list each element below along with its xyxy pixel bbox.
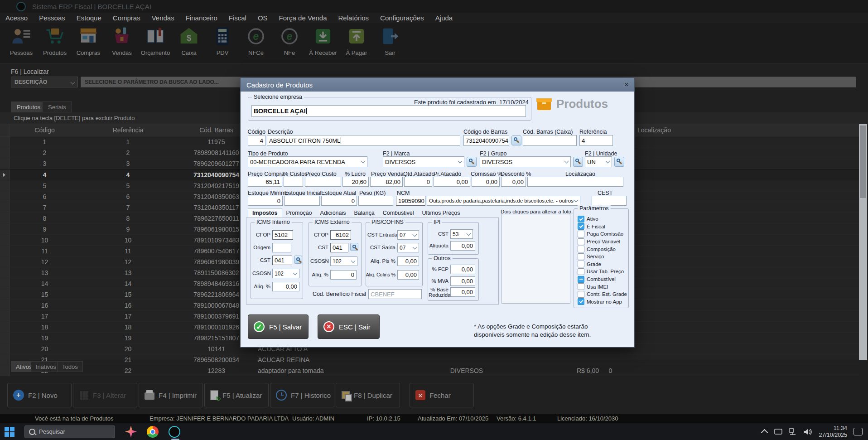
parametro-item[interactable]: Usa IMEI xyxy=(578,283,628,290)
checkbox[interactable] xyxy=(578,276,584,283)
copilot-icon[interactable] xyxy=(125,426,137,438)
descricao-field[interactable]: ABSOLUT CITRON 750ML xyxy=(267,135,460,146)
tray-expand-icon[interactable] xyxy=(761,429,768,436)
checkbox[interactable] xyxy=(578,291,584,298)
toolbar-item-pessoas[interactable]: Pessoas xyxy=(5,26,38,56)
dialog-tab[interactable]: Ultimos Preços xyxy=(418,208,464,218)
taskbar-clock[interactable]: 11:34 27/10/2025 xyxy=(819,425,847,439)
menu-item[interactable]: OS xyxy=(258,14,268,22)
col-localizacao[interactable]: Localização xyxy=(618,126,859,134)
menu-item[interactable]: Relatórios xyxy=(338,14,369,22)
icms-interno-csosn-select[interactable]: 102 xyxy=(272,269,299,278)
erp-app-taskbar-icon[interactable] xyxy=(169,426,180,438)
icms-externo-aliq-field[interactable]: 0 xyxy=(330,270,357,280)
toolbar-item-a-receber[interactable]: À Receber xyxy=(306,26,340,56)
checkbox[interactable] xyxy=(578,253,584,260)
menu-item[interactable]: Vendas xyxy=(152,14,174,22)
estoque-atual-field[interactable]: 0 xyxy=(321,196,357,206)
icms-interno-cfop-field[interactable]: 5102 xyxy=(272,230,293,240)
col-codigo[interactable]: Código xyxy=(10,126,79,134)
scrollbar-thumb[interactable] xyxy=(860,126,866,198)
fechar-button[interactable]: × Fechar xyxy=(410,383,474,407)
icms-interno-origem-field[interactable] xyxy=(272,243,291,252)
table-row[interactable]: 21 21 7896508200034 ACUCAR REFINA xyxy=(0,354,859,365)
marca-select[interactable]: DIVERSOS xyxy=(383,156,464,167)
tab-inativos[interactable]: Inativos xyxy=(31,361,61,372)
toolbar-item-orcamento[interactable]: Orçamento xyxy=(139,26,172,56)
icms-externo-cfop-field[interactable]: 6102 xyxy=(330,230,351,240)
ipi-aliquota-field[interactable]: 0,00 xyxy=(450,241,475,251)
base-reduzida-field[interactable]: 0,00 xyxy=(450,287,475,297)
parametro-item[interactable]: Ativo xyxy=(578,215,628,223)
pis-cst-entrada-select[interactable]: 07 xyxy=(397,230,419,240)
checkbox[interactable] xyxy=(578,231,584,237)
dialog-tab[interactable]: Combustivel xyxy=(379,208,418,218)
cest-field[interactable] xyxy=(592,196,627,206)
toolbar-item-nfce[interactable]: e NFCe xyxy=(239,26,273,56)
atualizar-button[interactable]: F5 | Atualizar xyxy=(204,383,269,407)
dialog-tab[interactable]: Promoção xyxy=(282,208,316,218)
unidade-select[interactable]: UN xyxy=(585,156,612,167)
ncm-field[interactable]: 19059090 xyxy=(396,196,425,206)
codigo-barras-field[interactable]: 7312040090754 xyxy=(463,135,509,146)
checkbox[interactable] xyxy=(578,238,584,245)
search-filter-dropdown[interactable]: DESCRIÇÃO xyxy=(11,77,78,87)
menu-item[interactable]: Compras xyxy=(113,14,140,22)
barcode-search-icon[interactable] xyxy=(511,135,521,145)
preco-venda-field[interactable]: 82,00 xyxy=(370,177,403,187)
salvar-button[interactable]: ✓ F5 | Salvar xyxy=(248,314,309,339)
ncm-desc-select[interactable]: Outs.prods.de padaria,pastelaria,inds.de… xyxy=(427,196,580,206)
grupo-search-icon[interactable] xyxy=(573,157,583,167)
menu-item[interactable]: Financeiro xyxy=(186,14,217,22)
menu-item[interactable]: Acesso xyxy=(5,14,28,22)
chrome-icon[interactable] xyxy=(147,426,159,438)
referencia-field[interactable]: 4 xyxy=(579,135,613,146)
table-row[interactable]: 22 22 12283 adaptador para tomada DIVERS… xyxy=(0,365,859,376)
estoque-minimo-field[interactable]: 0 xyxy=(248,196,283,206)
checkbox[interactable] xyxy=(578,268,584,275)
product-photo-area[interactable] xyxy=(502,214,570,304)
lucro-field[interactable]: 20,60 xyxy=(342,177,369,187)
volume-icon[interactable] xyxy=(803,428,812,435)
toolbar-item-compras[interactable]: Compras xyxy=(72,26,105,56)
menu-item[interactable]: Fiscal xyxy=(229,14,246,22)
fcp-field[interactable]: 0,00 xyxy=(450,265,475,274)
beneficio-field[interactable]: CBENEF xyxy=(368,289,422,299)
desconto-field[interactable]: 0,00 xyxy=(501,177,526,187)
dialog-tab[interactable]: Adicionais xyxy=(316,208,350,218)
icms-externo-cst-field[interactable]: 041 xyxy=(330,243,348,252)
duplicar-button[interactable]: F8 | Duplicar xyxy=(336,383,400,407)
table-scrollbar[interactable] xyxy=(859,124,867,360)
parametro-item[interactable]: Paga Comissão xyxy=(578,230,628,238)
start-button[interactable] xyxy=(5,427,14,437)
parametro-item[interactable]: Serviço xyxy=(578,253,628,261)
sair-button[interactable]: × ESC | Sair xyxy=(318,314,380,339)
pis-cst-saida-select[interactable]: 07 xyxy=(397,243,419,252)
estoque-inicial-field[interactable] xyxy=(285,196,320,206)
notification-icon[interactable] xyxy=(854,428,863,435)
taskbar-search[interactable]: Pesquisar xyxy=(24,425,115,438)
menu-item[interactable]: Configurações xyxy=(380,14,424,22)
screen-icon[interactable] xyxy=(774,428,782,435)
parametro-item[interactable]: Composição xyxy=(578,245,628,253)
dialog-tab[interactable]: Balança xyxy=(350,208,379,218)
icms-interno-cst-search-icon[interactable] xyxy=(294,256,302,264)
icms-externo-cst-search-icon[interactable] xyxy=(350,243,358,251)
imprimir-button[interactable]: F4 | Imprimir xyxy=(139,383,203,407)
aliq-cofins-field[interactable]: 0,00 xyxy=(397,270,419,280)
parametro-item[interactable]: É Fiscal xyxy=(578,223,628,231)
novo-button[interactable]: + F2 | Novo xyxy=(7,383,72,407)
checkbox[interactable] xyxy=(578,216,584,222)
icms-interno-aliq-field[interactable]: 0,00 xyxy=(272,282,299,291)
checkbox[interactable] xyxy=(578,283,584,290)
preco-custo-field[interactable] xyxy=(305,177,341,187)
parametro-item[interactable]: Grade xyxy=(578,261,628,268)
menu-item[interactable]: Estoque xyxy=(77,14,101,22)
unidade-search-icon[interactable] xyxy=(614,157,624,167)
checkbox[interactable] xyxy=(578,298,584,305)
parametro-item[interactable]: Preço Variavel xyxy=(578,238,628,246)
marca-search-icon[interactable] xyxy=(467,157,477,167)
ipi-cst-select[interactable]: 53 xyxy=(450,229,473,239)
tipo-produto-select[interactable]: 00-MERCADORIA PARA REVENDA xyxy=(248,156,367,167)
codigo-field[interactable]: 4 xyxy=(248,135,265,146)
